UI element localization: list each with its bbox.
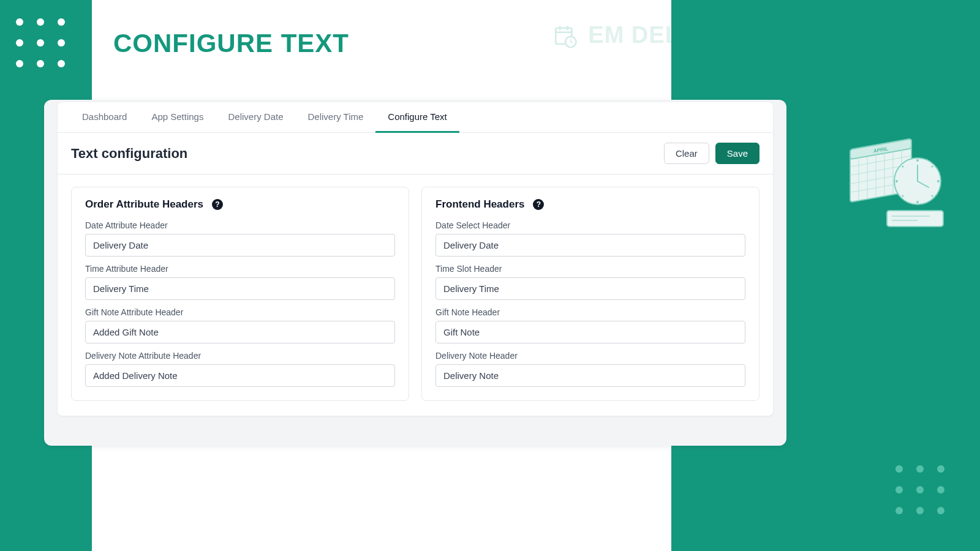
svg-point-23 — [916, 159, 919, 162]
section-title: Text configuration — [71, 146, 187, 162]
field-label: Date Attribute Header — [85, 220, 395, 230]
tab-label: App Settings — [151, 111, 203, 122]
input-gift-note-attribute-header[interactable] — [85, 321, 395, 343]
input-time-slot-header[interactable] — [435, 277, 745, 300]
svg-point-30 — [902, 195, 904, 197]
input-delivery-note-attribute-header[interactable] — [85, 364, 395, 387]
input-date-select-header[interactable] — [435, 234, 745, 257]
tab-dashboard[interactable]: Dashboard — [70, 102, 139, 133]
calendar-clock-icon — [552, 23, 578, 48]
main-card: Dashboard App Settings Delivery Date Del… — [58, 102, 773, 416]
field-delivery-note-header: Delivery Note Header — [435, 351, 745, 387]
decorative-calendar-illustration: APRIL — [844, 133, 948, 231]
save-button[interactable]: Save — [715, 143, 760, 164]
svg-point-24 — [937, 180, 940, 182]
field-date-attribute-header: Date Attribute Header — [85, 220, 395, 257]
panel-order-attribute-headers: Order Attribute Headers ? Date Attribute… — [71, 187, 409, 401]
action-buttons: Clear Save — [664, 143, 760, 164]
tab-bar: Dashboard App Settings Delivery Date Del… — [58, 102, 773, 133]
tab-label: Delivery Time — [307, 111, 363, 122]
panel-frontend-headers: Frontend Headers ? Date Select Header Ti… — [421, 187, 760, 401]
decorative-dots-bottom-right — [895, 465, 944, 514]
field-date-select-header: Date Select Header — [435, 220, 745, 257]
input-gift-note-header[interactable] — [435, 321, 745, 343]
tab-app-settings[interactable]: App Settings — [139, 102, 216, 133]
tab-delivery-date[interactable]: Delivery Date — [216, 102, 295, 133]
field-time-slot-header: Time Slot Header — [435, 264, 745, 300]
svg-point-25 — [916, 201, 919, 203]
field-label: Delivery Note Header — [435, 351, 745, 361]
svg-point-27 — [932, 166, 933, 168]
help-icon[interactable]: ? — [212, 199, 223, 210]
field-delivery-note-attribute-header: Delivery Note Attribute Header — [85, 351, 395, 387]
app-shell: Dashboard App Settings Delivery Date Del… — [44, 100, 786, 446]
decorative-dots-top-left — [16, 18, 65, 67]
field-time-attribute-header: Time Attribute Header — [85, 264, 395, 300]
panel-title-row: Order Attribute Headers ? — [85, 198, 395, 211]
input-date-attribute-header[interactable] — [85, 234, 395, 257]
input-delivery-note-header[interactable] — [435, 364, 745, 387]
input-time-attribute-header[interactable] — [85, 277, 395, 300]
clear-button[interactable]: Clear — [664, 143, 709, 164]
section-header: Text configuration Clear Save — [58, 133, 773, 174]
field-label: Time Slot Header — [435, 264, 745, 274]
svg-point-26 — [895, 180, 898, 182]
svg-point-28 — [932, 195, 933, 197]
svg-point-29 — [902, 166, 904, 168]
tab-label: Configure Text — [388, 111, 447, 122]
field-label: Delivery Note Attribute Header — [85, 351, 395, 361]
svg-rect-31 — [887, 211, 943, 227]
field-gift-note-header: Gift Note Header — [435, 307, 745, 343]
panels-row: Order Attribute Headers ? Date Attribute… — [58, 174, 773, 416]
field-label: Time Attribute Header — [85, 264, 395, 274]
field-gift-note-attribute-header: Gift Note Attribute Header — [85, 307, 395, 343]
panel-title: Order Attribute Headers — [85, 198, 203, 211]
app-brand-text: EM DELIVERY DATE SCHEDULER — [588, 22, 980, 48]
tab-label: Dashboard — [82, 111, 127, 122]
field-label: Gift Note Header — [435, 307, 745, 317]
tab-delivery-time[interactable]: Delivery Time — [295, 102, 375, 133]
panel-title-row: Frontend Headers ? — [435, 198, 745, 211]
field-label: Gift Note Attribute Header — [85, 307, 395, 317]
tab-label: Delivery Date — [228, 111, 283, 122]
panel-title: Frontend Headers — [435, 198, 524, 211]
tab-configure-text[interactable]: Configure Text — [375, 102, 459, 133]
app-brand: EM DELIVERY DATE SCHEDULER — [552, 22, 980, 48]
help-icon[interactable]: ? — [533, 199, 544, 210]
page-title: CONFIGURE TEXT — [113, 29, 349, 58]
field-label: Date Select Header — [435, 220, 745, 230]
